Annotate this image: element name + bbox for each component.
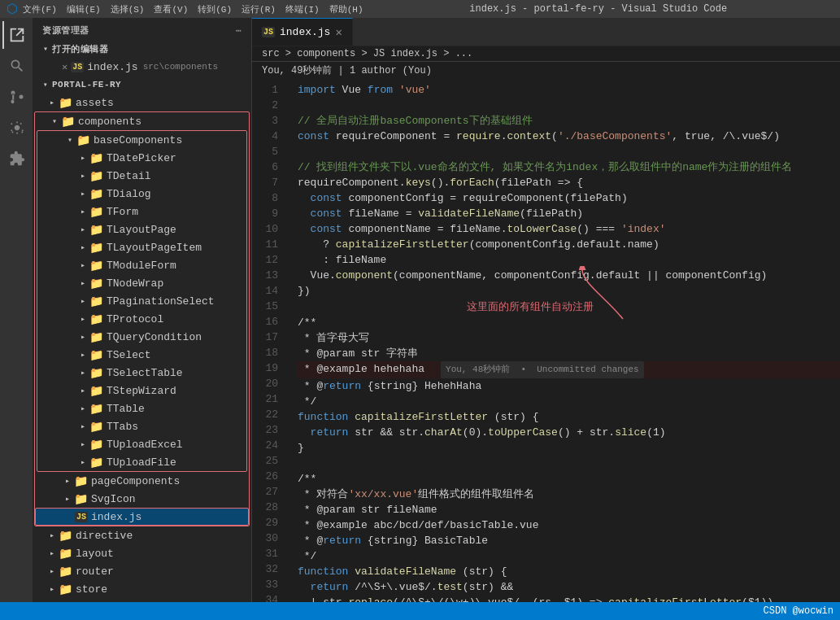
tree-label: TPaginationSelect <box>107 295 215 308</box>
code-line-9: const fileName = validateFileName(filePa… <box>298 206 840 221</box>
project-root[interactable]: ▾ PORTAL-FE-RY <box>33 76 251 94</box>
tree-tlayoutpageitem[interactable]: ▸📁TLayoutPageItem <box>37 238 246 256</box>
folder-icon: 📁 <box>74 492 88 506</box>
close-icon[interactable]: ✕ <box>62 61 67 73</box>
code-line-4: const requireComponent = require.context… <box>298 129 840 144</box>
editor-info-line: You, 49秒钟前 | 1 author (You) <box>252 62 840 79</box>
tree-tmoduleform[interactable]: ▸📁TModuleForm <box>37 256 246 274</box>
sidebar: 资源管理器 ⋯ ▾ 打开的编辑器 ✕ JS index.js src\compo… <box>33 18 252 602</box>
tree-tdetail[interactable]: ▸📁TDetail <box>37 167 246 185</box>
activity-explorer[interactable] <box>2 21 30 49</box>
tab-indexjs[interactable]: JS index.js ✕ <box>252 18 353 46</box>
activity-search[interactable] <box>2 52 30 80</box>
folder-icon: 📁 <box>74 474 88 488</box>
tree-basecomponents[interactable]: ▾ 📁 baseComponents <box>37 131 246 149</box>
tree-label: TSelect <box>107 349 151 361</box>
open-editors-section[interactable]: ▾ 打开的编辑器 <box>33 40 251 58</box>
activity-bar <box>0 18 33 602</box>
folder-icon: 📁 <box>89 402 103 416</box>
tree-store[interactable]: ▸ 📁 store <box>33 580 251 598</box>
tree-indexjs[interactable]: ▸ JS index.js <box>35 508 249 526</box>
menu-terminal[interactable]: 终端(I) <box>285 3 320 15</box>
tree-directive[interactable]: ▸ 📁 directive <box>33 526 251 544</box>
new-file-icon[interactable]: ⋯ <box>236 25 242 36</box>
tree-tpaginationselect[interactable]: ▸📁TPaginationSelect <box>37 292 246 310</box>
tree-label: layout <box>76 548 114 560</box>
activity-debug[interactable] <box>2 114 30 142</box>
menu-goto[interactable]: 转到(G) <box>198 3 232 15</box>
code-line-11: ? capitalizeFirstLetter(componentConfig.… <box>298 237 840 252</box>
menu-help[interactable]: 帮助(H) <box>329 3 363 15</box>
code-line-17: * 首字母大写 <box>298 330 840 346</box>
section-arrow: ▾ <box>39 44 52 54</box>
titlebar-title: index.js - portal-fe-ry - Visual Studio … <box>363 3 834 15</box>
menu-select[interactable]: 选择(S) <box>111 3 145 15</box>
folder-icon: 📁 <box>89 420 103 434</box>
folder-icon: 📁 <box>59 565 72 579</box>
code-line-21: */ <box>298 394 840 409</box>
folder-icon: 📁 <box>59 529 72 543</box>
code-line-14: }) <box>298 283 840 299</box>
folder-icon: 📁 <box>89 259 103 273</box>
author-text: You, 49秒钟前 | 1 author (You) <box>262 65 432 76</box>
folder-icon: 📁 <box>89 295 103 308</box>
tree-label: baseComponents <box>94 134 182 146</box>
tree-tdialog[interactable]: ▸📁TDialog <box>37 185 246 203</box>
code-line-29: * @example abc/bcd/def/basicTable.vue <box>298 517 840 533</box>
tree-label: TUploadFile <box>107 456 176 469</box>
folder-icon: 📁 <box>89 366 103 380</box>
tree-ttabs[interactable]: ▸📁TTabs <box>37 417 246 435</box>
inline-git-hint: You, 48秒钟前 • Uncommitted changes <box>441 361 644 378</box>
status-bar: CSDN @wocwin <box>0 602 840 620</box>
arrow: ▸ <box>46 98 59 107</box>
tree-label: SvgIcon <box>91 493 136 505</box>
open-filename: index.js <box>87 61 137 73</box>
activity-extensions[interactable] <box>2 145 30 172</box>
tree-label: TUploadExcel <box>107 439 183 451</box>
tree-tselect[interactable]: ▸📁TSelect <box>37 346 246 364</box>
tree-svgicon[interactable]: ▸ 📁 SvgIcon <box>35 490 249 508</box>
tree-tselecttable[interactable]: ▸📁TSelectTable <box>37 364 246 382</box>
project-arrow: ▾ <box>39 80 52 90</box>
code-line-34: | str.replace(/^\S+\/(\w+)\.vue$/, (rs, … <box>298 595 840 602</box>
tab-label: index.js <box>280 26 330 38</box>
tree-tquerycondition[interactable]: ▸📁TQueryCondition <box>37 328 246 346</box>
sidebar-tree[interactable]: ▾ 打开的编辑器 ✕ JS index.js src\components ▾ … <box>33 40 251 602</box>
tree-pagecomponents[interactable]: ▸ 📁 pageComponents <box>35 472 249 490</box>
menu-edit[interactable]: 编辑(E) <box>67 3 101 15</box>
activity-git[interactable] <box>2 83 30 111</box>
folder-icon: 📁 <box>89 277 103 290</box>
menu-file[interactable]: 文件(F) <box>23 3 57 15</box>
tree-components[interactable]: ▾ 📁 components <box>35 112 249 130</box>
folder-icon: 📁 <box>89 456 103 469</box>
tab-close-button[interactable]: ✕ <box>335 25 342 39</box>
tree-tstepwizard[interactable]: ▸📁TStepWizard <box>37 382 246 400</box>
tree-tform[interactable]: ▸📁TForm <box>37 203 246 220</box>
tree-ttable[interactable]: ▸📁TTable <box>37 400 246 417</box>
menu-run[interactable]: 运行(R) <box>242 3 276 15</box>
code-line-18: * @param str 字符串 <box>298 346 840 361</box>
folder-icon: 📁 <box>89 151 103 165</box>
tree-tuploadfile[interactable]: ▸📁TUploadFile <box>37 453 246 471</box>
open-file-indexjs[interactable]: ✕ JS index.js src\components <box>33 58 251 76</box>
code-line-8: const componentConfig = requireComponent… <box>298 190 840 206</box>
tree-tdatepicker[interactable]: ▸📁TDatePicker <box>37 149 246 167</box>
code-line-23: return str && str.charAt(0).toUpperCase(… <box>298 425 840 440</box>
tree-label: TSelectTable <box>107 367 183 379</box>
tree-tnodewrap[interactable]: ▸📁TNodeWrap <box>37 274 246 292</box>
code-line-32: function validateFileName (str) { <box>298 564 840 579</box>
folder-icon: 📁 <box>89 223 103 237</box>
tree-label: store <box>76 583 107 596</box>
tree-layout[interactable]: ▸ 📁 layout <box>33 544 251 562</box>
tree-tprotocol[interactable]: ▸📁TProtocol <box>37 310 246 328</box>
tree-router[interactable]: ▸ 📁 router <box>33 562 251 580</box>
folder-icon: 📁 <box>59 96 72 110</box>
code-editor[interactable]: import Vue from 'vue' // 全局自动注册baseCompo… <box>285 79 840 602</box>
code-line-26: /** <box>298 471 840 487</box>
menu-view[interactable]: 查看(V) <box>154 3 188 15</box>
tree-tlayoutpage[interactable]: ▸📁TLayoutPage <box>37 220 246 238</box>
tree-label: TProtocol <box>107 313 163 325</box>
status-right: CSDN @wocwin <box>764 605 833 617</box>
tree-tuploadexcel[interactable]: ▸📁TUploadExcel <box>37 435 246 453</box>
tree-assets[interactable]: ▸ 📁 assets <box>33 94 251 111</box>
